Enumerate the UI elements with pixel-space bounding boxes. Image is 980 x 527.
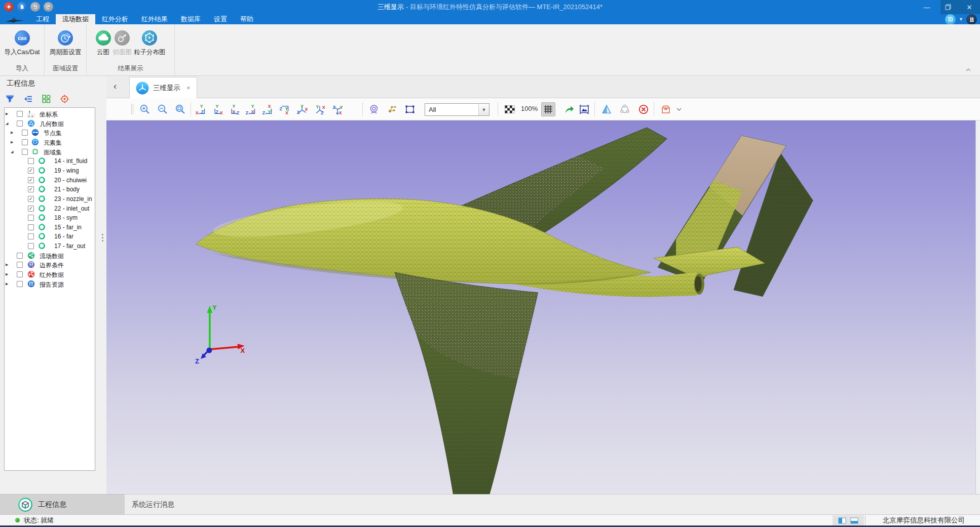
tree-item[interactable]: ▶zx坐标系 [5,109,95,118]
ribbon-button-particles[interactable]: 粒子分布图 [134,30,166,57]
tree-checkbox[interactable] [28,224,34,230]
tree-checkbox[interactable] [17,120,23,127]
menu-item-5[interactable]: 设置 [207,14,234,24]
tree-item[interactable]: ▶报告资源 [5,279,95,289]
app-menu-button[interactable] [4,2,14,12]
display-filter-combobox[interactable]: All ▼ [425,103,489,116]
undo-button[interactable] [30,2,40,12]
view-iso-1-button[interactable]: YZX [295,102,309,116]
tree-checkbox[interactable]: ✓ [28,196,34,202]
filter-icon[interactable] [4,93,15,104]
tree-expander-icon[interactable]: ◢ [11,150,13,154]
tree-checkbox[interactable]: ✓ [28,206,34,212]
grid-view-icon[interactable] [41,93,52,104]
tree-expander-icon[interactable]: ▶ [6,112,8,116]
ribbon-button-cloud[interactable]: 云图 [96,30,111,57]
view-front-button[interactable]: XYZ [194,102,208,116]
tree-expander-icon[interactable]: ▶ [11,131,13,135]
tree-item[interactable]: ◢面域集 [5,147,95,156]
view-back-button[interactable]: YZX [210,102,224,116]
clear-delete-button[interactable] [636,102,651,116]
tree-item[interactable]: ▶节点集 [5,128,95,137]
tree-checkbox[interactable] [28,158,34,164]
tree-item[interactable]: 17 - far_out [5,241,95,251]
tree-item[interactable]: ✓23 - nozzle_in [5,194,95,204]
share-export-button[interactable] [562,102,576,116]
tree-checkbox[interactable] [22,130,28,136]
toolbar-drag-handle[interactable] [130,102,135,116]
tree-item[interactable]: 18 - sym [5,213,95,222]
tree-expander-icon[interactable]: ▶ [6,282,8,286]
help-book-button[interactable] [966,14,977,25]
tree-expander-icon[interactable]: ▶ [11,140,13,144]
tree-item[interactable]: ✓21 - body [5,185,95,194]
tree-checkbox[interactable] [28,215,34,221]
tree-expander-icon[interactable]: ◢ [6,121,8,126]
tree-item[interactable]: 流场数据 [5,251,95,260]
transparency-checker-button[interactable] [503,102,517,116]
tree-checkbox[interactable] [17,281,23,287]
view-left-button[interactable]: YXZ [227,102,241,116]
tree-expander-icon[interactable]: ▶ [6,263,8,267]
tree-item[interactable]: ◢几何数据 [5,119,95,128]
close-button[interactable]: ✕ [959,0,980,14]
box-select-button[interactable] [403,102,417,116]
quick-view-button[interactable] [945,14,956,25]
viewport-3d-canvas[interactable]: X Y Z [106,120,975,494]
surface-network-button[interactable] [618,102,632,116]
tree-checkbox[interactable]: ✓ [28,186,34,192]
chevron-down-icon[interactable]: ▼ [959,17,963,22]
restore-button[interactable] [937,0,959,14]
tree-expander-icon[interactable]: ▶ [6,272,8,276]
tree-checkbox[interactable] [17,111,23,117]
tree-checkbox[interactable]: ✓ [28,177,34,183]
panel-splitter[interactable] [99,76,106,494]
package-dropdown-chevron[interactable] [675,102,683,116]
tree-checkbox[interactable] [17,262,23,268]
bottom-panel-tab-project-info[interactable]: 工程信息 [0,494,124,514]
package-save-button[interactable] [659,102,673,116]
redo-button[interactable] [44,2,53,12]
tree-item[interactable]: ✓19 - wing [5,166,95,175]
view-right-button[interactable]: YZX [244,102,258,116]
layout-split-bottom-icon[interactable] [850,517,858,524]
splitter-handle[interactable] [102,234,103,241]
tree-item[interactable]: 16 - far [5,232,95,241]
view-iso-2-button[interactable]: YXZ [313,102,327,116]
tree-item[interactable]: ✓22 - inlet_out [5,204,95,213]
zoom-fit-button[interactable] [173,102,187,116]
menu-item-1[interactable]: 流场数据 [56,14,95,24]
ribbon-collapse-button[interactable] [966,68,971,71]
tree-checkbox[interactable] [17,253,23,259]
menu-item-6[interactable]: 帮助 [234,14,260,24]
tree-checkbox[interactable] [28,233,34,239]
tree-item[interactable]: ▶边界条件 [5,260,95,269]
ribbon-button-clock[interactable]: 周期面设置 [50,30,82,57]
mirror-button[interactable] [599,102,614,116]
ribbon-button-cas[interactable]: cas导入Cas/Dat [4,30,40,57]
locate-target-icon[interactable] [59,93,70,104]
combobox-dropdown-button[interactable]: ▼ [478,104,489,115]
zoom-out-button[interactable] [156,102,170,116]
grid-toggle-button[interactable] [541,102,555,116]
snapshot-image-button[interactable] [577,102,591,116]
minimize-button[interactable]: — [916,0,937,14]
zoom-in-button[interactable] [138,102,152,116]
tree-item[interactable]: 15 - far_in [5,223,95,232]
molecule-nodes-button[interactable] [385,102,399,116]
view-iso-3-button[interactable]: ZYX [330,102,345,116]
menu-item-2[interactable]: 红外分析 [95,14,135,24]
tab-scroll-left-button[interactable]: ‹ [114,80,117,92]
tree-item[interactable]: ▶红外数据 [5,270,95,279]
tree-item[interactable]: 14 - int_fluid [5,156,95,166]
tree-checkbox[interactable]: ✓ [28,168,34,174]
tab-3d-view[interactable]: 三维显示 × [129,77,197,98]
menu-item-4[interactable]: 数据库 [174,14,207,24]
probe-camera-button[interactable] [367,102,381,116]
layout-split-left-icon[interactable] [838,517,846,524]
view-bottom-button[interactable]: ZYX [277,102,291,116]
outline-list-icon[interactable] [22,93,33,104]
tree-item[interactable]: ▶元素集 [5,138,95,147]
menu-item-0[interactable]: 工程 [29,14,56,24]
tree-checkbox[interactable] [17,271,23,277]
